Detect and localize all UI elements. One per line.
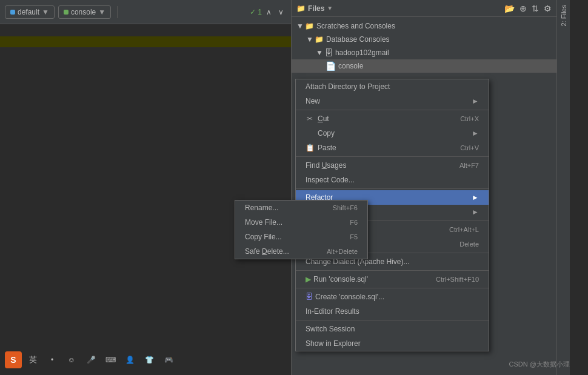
cut-label: Cut bbox=[318, 114, 329, 123]
run-console-shortcut: Ctrl+Shift+F10 bbox=[436, 276, 479, 283]
files-add-icon[interactable]: ⊕ bbox=[520, 4, 527, 13]
menu-item-attach-dir[interactable]: Attach Directory to Project bbox=[296, 79, 489, 94]
files-settings-icon[interactable]: ⚙ bbox=[544, 4, 552, 13]
taskbar-user-icon[interactable]: 👤 bbox=[121, 351, 138, 368]
vertical-tab-files[interactable]: 2: Files bbox=[556, 0, 570, 375]
hadoop-db-icon: 🗄 bbox=[324, 48, 333, 58]
check-icon: ✓ bbox=[250, 8, 256, 16]
menu-item-in-editor[interactable]: In-Editor Results bbox=[296, 304, 489, 319]
db-consoles-folder-icon: 📁 bbox=[315, 35, 324, 44]
taskbar-emoji-icon[interactable]: ☺ bbox=[63, 351, 80, 368]
submenu-item-copy-file[interactable]: Copy File... F5 bbox=[235, 230, 367, 244]
files-title-text: Files bbox=[308, 4, 324, 13]
menu-item-cut[interactable]: ✂ Cut Ctrl+X bbox=[296, 111, 489, 126]
create-console-label: Create 'console.sql'... bbox=[315, 293, 384, 301]
run-icon: ▶ bbox=[306, 275, 311, 284]
files-dropdown-icon[interactable]: ▼ bbox=[327, 5, 333, 12]
taskbar-lang-icon[interactable]: 英 bbox=[24, 351, 41, 368]
vertical-tab-label: 2: Files bbox=[560, 5, 567, 26]
safe-delete-label: Safe Delete... bbox=[245, 247, 289, 256]
taskbar-mic-icon[interactable]: 🎤 bbox=[82, 351, 99, 368]
menu-item-run-console[interactable]: ▶ Run 'console.sql' Ctrl+Shift+F10 bbox=[296, 272, 489, 287]
paste-icon: 📋 bbox=[306, 144, 314, 152]
menu-item-switch-session[interactable]: Switch Session bbox=[296, 322, 489, 336]
hadoop-label: hadoop102gmail bbox=[335, 48, 389, 57]
reformat-shortcut: Ctrl+Alt+L bbox=[449, 226, 479, 233]
find-usages-shortcut: Alt+F7 bbox=[459, 162, 479, 169]
toolbar-separator bbox=[117, 6, 118, 18]
menu-separator-6 bbox=[296, 270, 489, 271]
scratches-label: Scratches and Consoles bbox=[316, 22, 395, 30]
console-badge[interactable]: console ▼ bbox=[58, 5, 111, 19]
console-dropdown-icon[interactable]: ▼ bbox=[98, 8, 105, 16]
menu-item-new[interactable]: New ► bbox=[296, 94, 489, 108]
copy-file-shortcut: F5 bbox=[350, 233, 358, 241]
taskbar: S 英 • ☺ 🎤 ⌨ 👤 👕 🎮 bbox=[0, 345, 291, 375]
db-consoles-collapse-icon: ▼ bbox=[306, 35, 313, 44]
refactor-arrow-icon: ► bbox=[472, 193, 479, 202]
console-file-icon: 📄 bbox=[326, 61, 336, 71]
copy-arrow-icon: ► bbox=[472, 129, 479, 138]
paste-shortcut: Ctrl+V bbox=[460, 144, 479, 151]
delete-shortcut: Delete bbox=[459, 241, 479, 248]
files-sync-icon[interactable]: ⇅ bbox=[532, 4, 539, 13]
rename-shortcut: Shift+F6 bbox=[333, 204, 358, 211]
taskbar-keyboard-icon[interactable]: ⌨ bbox=[102, 351, 119, 368]
menu-separator-7 bbox=[296, 288, 489, 288]
submenu-item-safe-delete[interactable]: Safe Delete... Alt+Delete bbox=[235, 244, 367, 259]
yellow-highlight-line bbox=[0, 36, 291, 47]
cut-icon: ✂ bbox=[306, 114, 314, 123]
menu-item-find-usages[interactable]: Find Usages Alt+F7 bbox=[296, 158, 489, 173]
console-label: console bbox=[71, 8, 96, 16]
refactor-submenu: Rename... Shift+F6 Move File... F6 Copy … bbox=[235, 200, 368, 259]
menu-separator-1 bbox=[296, 110, 489, 110]
menu-item-paste[interactable]: 📋 Paste Ctrl+V bbox=[296, 141, 489, 155]
menu-item-inspect-code[interactable]: Inspect Code... bbox=[296, 173, 489, 187]
show-explorer-label: Show in Explorer bbox=[306, 339, 361, 348]
files-header-icons: 📂 ⊕ ⇅ ⚙ — bbox=[504, 4, 565, 13]
in-editor-label: In-Editor Results bbox=[306, 307, 359, 316]
submenu-item-move-file[interactable]: Move File... F6 bbox=[235, 215, 367, 230]
editor-content bbox=[0, 24, 291, 97]
menu-item-create-console[interactable]: 🗄 Create 'console.sql'... bbox=[296, 290, 489, 304]
new-arrow-icon: ► bbox=[472, 97, 479, 105]
taskbar-dot-icon[interactable]: • bbox=[44, 351, 61, 368]
up-arrow-btn[interactable]: ∧ bbox=[264, 7, 274, 18]
paste-label: Paste bbox=[318, 144, 336, 152]
run-console-label: Run 'console.sql' bbox=[313, 275, 368, 284]
submenu-item-rename[interactable]: Rename... Shift+F6 bbox=[235, 201, 367, 215]
console-dot bbox=[64, 10, 68, 15]
file-tree: ▼ 📁 Scratches and Consoles ▼ 📁 Database … bbox=[292, 17, 570, 75]
default-badge[interactable]: default ▼ bbox=[5, 5, 55, 19]
menu-item-copy[interactable]: Copy ► bbox=[296, 126, 489, 141]
add-favorites-arrow-icon: ► bbox=[472, 208, 479, 216]
tree-item-console[interactable]: 📄 console bbox=[292, 59, 570, 73]
switch-session-label: Switch Session bbox=[306, 325, 355, 333]
check-count: ✓ 1 ∧ ∨ bbox=[250, 7, 286, 18]
taskbar-sougou-icon[interactable]: S bbox=[5, 351, 22, 368]
scratches-collapse-icon: ▼ bbox=[296, 22, 304, 30]
console-label: console bbox=[338, 62, 363, 70]
menu-separator-2 bbox=[296, 156, 489, 157]
safe-delete-shortcut: Alt+Delete bbox=[327, 248, 358, 255]
inspect-code-label: Inspect Code... bbox=[306, 176, 355, 184]
watermark: CSDN @大数据小理 bbox=[509, 360, 570, 369]
tree-item-scratches[interactable]: ▼ 📁 Scratches and Consoles bbox=[292, 19, 570, 33]
hadoop-collapse-icon: ▼ bbox=[316, 48, 323, 57]
default-label: default bbox=[18, 8, 39, 16]
files-open-folder-icon[interactable]: 📂 bbox=[504, 4, 515, 13]
taskbar-game-icon[interactable]: 🎮 bbox=[160, 351, 177, 368]
default-dropdown-icon[interactable]: ▼ bbox=[42, 8, 49, 16]
tree-item-database-consoles[interactable]: ▼ 📁 Database Consoles bbox=[292, 33, 570, 46]
tree-item-hadoop[interactable]: ▼ 🗄 hadoop102gmail bbox=[292, 46, 570, 59]
default-dot bbox=[10, 10, 15, 15]
folder-icon: 📁 bbox=[296, 4, 306, 13]
scratches-folder-icon: 📁 bbox=[305, 22, 314, 30]
taskbar-shirt-icon[interactable]: 👕 bbox=[141, 351, 158, 368]
down-arrow-btn[interactable]: ∨ bbox=[276, 7, 286, 18]
cut-shortcut: Ctrl+X bbox=[460, 115, 479, 122]
files-panel-title: 📁 Files ▼ bbox=[296, 4, 333, 13]
menu-item-show-explorer[interactable]: Show in Explorer bbox=[296, 336, 489, 351]
menu-separator-8 bbox=[296, 320, 489, 320]
copy-file-label: Copy File... bbox=[245, 233, 282, 241]
